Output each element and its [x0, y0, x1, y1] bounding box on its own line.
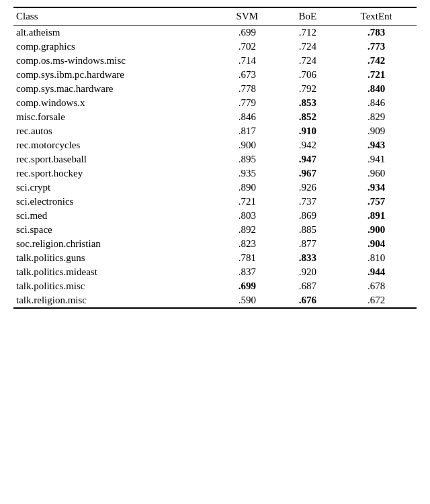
cell-svm: .817: [215, 124, 279, 138]
cell-svm: .721: [215, 195, 279, 209]
table-row: rec.autos.817.910.909: [13, 124, 417, 138]
cell-class: sci.space: [13, 223, 215, 237]
results-table: Class SVM BoE TextEnt alt.atheism.699.71…: [13, 7, 417, 309]
table-row: comp.windows.x.779.853.846: [13, 96, 417, 110]
cell-svm: .837: [215, 265, 279, 279]
cell-textent: .721: [336, 68, 417, 82]
cell-svm: .892: [215, 223, 279, 237]
cell-textent: .934: [336, 181, 417, 195]
table-row: sci.med.803.869.891: [13, 209, 417, 223]
header-textent: TextEnt: [336, 7, 417, 26]
cell-boe: .706: [279, 68, 336, 82]
cell-svm: .702: [215, 40, 279, 54]
cell-boe: .737: [279, 195, 336, 209]
table-row: talk.politics.guns.781.833.810: [13, 251, 417, 265]
cell-svm: .699: [215, 26, 279, 40]
cell-textent: .960: [336, 166, 417, 181]
cell-class: talk.politics.misc: [13, 279, 215, 293]
cell-svm: .823: [215, 237, 279, 251]
cell-boe: .920: [279, 265, 336, 279]
table-row: sci.crypt.890.926.934: [13, 181, 417, 195]
cell-class: misc.forsale: [13, 110, 215, 124]
cell-class: comp.sys.ibm.pc.hardware: [13, 68, 215, 82]
cell-textent: .943: [336, 138, 417, 152]
cell-textent: .846: [336, 96, 417, 110]
cell-class: alt.atheism: [13, 26, 215, 40]
cell-textent: .829: [336, 110, 417, 124]
cell-textent: .678: [336, 279, 417, 293]
table-row: comp.sys.mac.hardware.778.792.840: [13, 82, 417, 96]
table-row: rec.sport.baseball.895.947.941: [13, 152, 417, 166]
table-row: sci.space.892.885.900: [13, 223, 417, 237]
cell-svm: .699: [215, 279, 279, 293]
table-row: talk.politics.misc.699.687.678: [13, 279, 417, 293]
cell-svm: .673: [215, 68, 279, 82]
header-svm: SVM: [215, 7, 279, 26]
cell-textent: .810: [336, 251, 417, 265]
table-body: alt.atheism.699.712.783comp.graphics.702…: [13, 26, 417, 309]
cell-svm: .590: [215, 293, 279, 308]
table-row: talk.politics.mideast.837.920.944: [13, 265, 417, 279]
table-row: rec.sport.hockey.935.967.960: [13, 166, 417, 181]
cell-boe: .792: [279, 82, 336, 96]
cell-boe: .947: [279, 152, 336, 166]
cell-textent: .773: [336, 40, 417, 54]
cell-boe: .724: [279, 40, 336, 54]
cell-boe: .885: [279, 223, 336, 237]
cell-textent: .840: [336, 82, 417, 96]
cell-boe: .852: [279, 110, 336, 124]
cell-class: rec.autos: [13, 124, 215, 138]
cell-class: sci.med: [13, 209, 215, 223]
cell-boe: .877: [279, 237, 336, 251]
cell-svm: .900: [215, 138, 279, 152]
cell-class: rec.sport.hockey: [13, 166, 215, 181]
cell-class: sci.electronics: [13, 195, 215, 209]
cell-boe: .942: [279, 138, 336, 152]
cell-class: rec.sport.baseball: [13, 152, 215, 166]
cell-textent: .941: [336, 152, 417, 166]
table-row: alt.atheism.699.712.783: [13, 26, 417, 40]
cell-svm: .895: [215, 152, 279, 166]
cell-boe: .869: [279, 209, 336, 223]
cell-boe: .687: [279, 279, 336, 293]
table-row: rec.motorcycles.900.942.943: [13, 138, 417, 152]
header-boe: BoE: [279, 7, 336, 26]
cell-class: talk.politics.mideast: [13, 265, 215, 279]
table-row: comp.graphics.702.724.773: [13, 40, 417, 54]
header-row: Class SVM BoE TextEnt: [13, 7, 417, 26]
cell-textent: .944: [336, 265, 417, 279]
cell-boe: .910: [279, 124, 336, 138]
cell-class: soc.religion.christian: [13, 237, 215, 251]
cell-textent: .900: [336, 223, 417, 237]
cell-class: comp.graphics: [13, 40, 215, 54]
table-row: sci.electronics.721.737.757: [13, 195, 417, 209]
cell-svm: .778: [215, 82, 279, 96]
cell-boe: .926: [279, 181, 336, 195]
cell-svm: .846: [215, 110, 279, 124]
table-row: misc.forsale.846.852.829: [13, 110, 417, 124]
cell-textent: .757: [336, 195, 417, 209]
cell-class: rec.motorcycles: [13, 138, 215, 152]
cell-textent: .891: [336, 209, 417, 223]
cell-textent: .672: [336, 293, 417, 308]
cell-boe: .967: [279, 166, 336, 181]
cell-boe: .833: [279, 251, 336, 265]
cell-textent: .742: [336, 54, 417, 68]
cell-boe: .676: [279, 293, 336, 308]
cell-boe: .853: [279, 96, 336, 110]
cell-class: talk.politics.guns: [13, 251, 215, 265]
cell-svm: .714: [215, 54, 279, 68]
table-row: talk.religion.misc.590.676.672: [13, 293, 417, 308]
cell-class: sci.crypt: [13, 181, 215, 195]
cell-boe: .724: [279, 54, 336, 68]
cell-svm: .779: [215, 96, 279, 110]
cell-class: comp.os.ms-windows.misc: [13, 54, 215, 68]
cell-textent: .783: [336, 26, 417, 40]
cell-boe: .712: [279, 26, 336, 40]
cell-class: comp.sys.mac.hardware: [13, 82, 215, 96]
cell-svm: .935: [215, 166, 279, 181]
cell-class: talk.religion.misc: [13, 293, 215, 308]
table-row: soc.religion.christian.823.877.904: [13, 237, 417, 251]
cell-textent: .909: [336, 124, 417, 138]
cell-class: comp.windows.x: [13, 96, 215, 110]
